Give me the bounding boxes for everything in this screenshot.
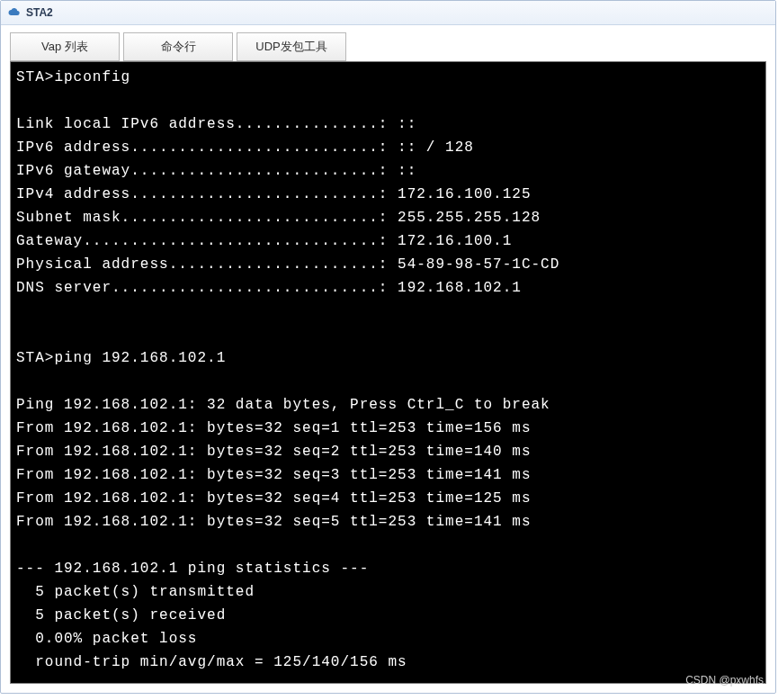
tab-label: UDP发包工具 — [255, 40, 326, 53]
tab-label: Vap 列表 — [41, 40, 88, 53]
tab-cli[interactable]: 命令行 — [123, 32, 233, 61]
window-body: Vap 列表 命令行 UDP发包工具 STA>ipconfig Link loc… — [1, 25, 775, 693]
tab-bar: Vap 列表 命令行 UDP发包工具 — [10, 32, 766, 61]
tab-udp-tool[interactable]: UDP发包工具 — [237, 32, 346, 61]
watermark-text: CSDN @pxwhfs — [685, 674, 764, 687]
terminal-output[interactable]: STA>ipconfig Link local IPv6 address....… — [10, 61, 766, 684]
tab-label: 命令行 — [161, 40, 196, 53]
window-title: STA2 — [26, 6, 53, 19]
tab-vap-list[interactable]: Vap 列表 — [10, 32, 120, 61]
app-window: STA2 Vap 列表 命令行 UDP发包工具 STA>ipconfig Lin… — [0, 0, 776, 694]
cloud-icon — [6, 5, 21, 20]
title-bar[interactable]: STA2 — [1, 1, 775, 25]
